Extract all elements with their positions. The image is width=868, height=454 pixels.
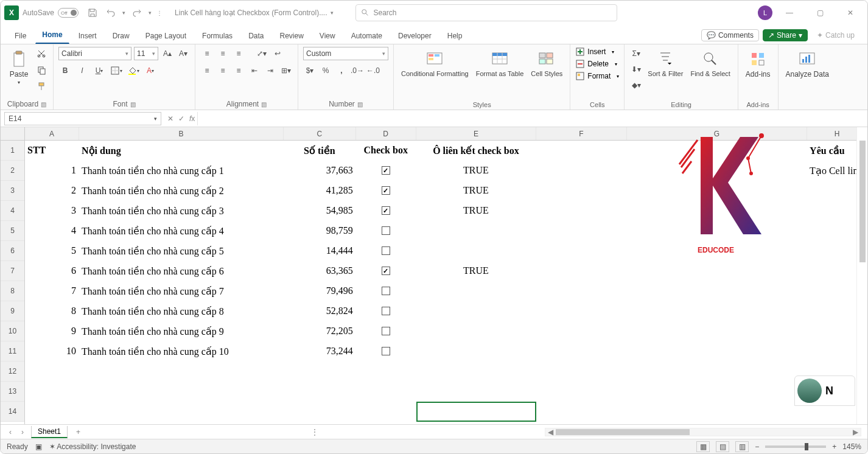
fill-color-icon[interactable]: ▾ xyxy=(127,64,140,77)
format-painter-icon[interactable] xyxy=(35,80,48,93)
cut-icon[interactable] xyxy=(35,47,48,60)
align-middle-icon[interactable]: ≡ xyxy=(216,47,229,60)
tab-formulas[interactable]: Formulas xyxy=(195,27,239,44)
col-header-E[interactable]: E xyxy=(416,127,537,140)
cell[interactable]: 2 xyxy=(25,181,79,201)
row-header[interactable]: 13 xyxy=(1,382,24,402)
orientation-icon[interactable]: ⤢▾ xyxy=(255,47,268,60)
cell[interactable] xyxy=(356,221,416,241)
cell[interactable] xyxy=(536,161,626,181)
avatar[interactable]: L xyxy=(758,5,772,20)
sheet-nav-prev[interactable]: ‹ xyxy=(7,428,14,436)
cell[interactable] xyxy=(356,382,416,402)
paste-button[interactable]: Paste▾ xyxy=(5,47,32,88)
cell[interactable]: 37,663 xyxy=(284,161,356,181)
cell[interactable] xyxy=(356,181,416,201)
save-icon[interactable] xyxy=(86,6,99,19)
cell[interactable] xyxy=(25,402,79,422)
cell[interactable]: Thanh toán tiền cho nhà cung cấp 2 xyxy=(79,181,284,201)
close-button[interactable]: ✕ xyxy=(837,4,864,22)
formula-input[interactable] xyxy=(197,112,867,125)
format-cells-button[interactable]: Format ▾ xyxy=(575,71,619,81)
name-box[interactable]: E14▾ xyxy=(4,112,161,125)
cell[interactable] xyxy=(536,221,626,241)
cell[interactable]: 5 xyxy=(25,241,79,261)
vertical-scrollbar[interactable] xyxy=(856,127,867,424)
cell[interactable] xyxy=(416,341,537,361)
row-header[interactable]: 11 xyxy=(1,341,24,361)
tab-home[interactable]: Home xyxy=(35,26,69,44)
cell[interactable] xyxy=(627,321,808,341)
cell[interactable] xyxy=(416,301,537,321)
cell[interactable]: Nội dung xyxy=(79,141,284,161)
page-layout-view-icon[interactable]: ▤ xyxy=(716,441,729,452)
cell[interactable]: 3 xyxy=(25,201,79,221)
cell[interactable] xyxy=(356,161,416,181)
tab-view[interactable]: View xyxy=(313,27,342,44)
cell[interactable]: 10 xyxy=(25,341,79,361)
row-header[interactable]: 6 xyxy=(1,241,24,261)
cell[interactable] xyxy=(356,281,416,301)
borders-icon[interactable]: ▾ xyxy=(110,64,123,77)
cell[interactable] xyxy=(284,402,356,422)
fx-icon[interactable]: fx xyxy=(187,114,197,123)
cell[interactable] xyxy=(536,382,626,402)
align-center-icon[interactable]: ≡ xyxy=(216,64,229,77)
tab-developer[interactable]: Developer xyxy=(391,27,438,44)
maximize-button[interactable]: ▢ xyxy=(807,4,833,22)
checkbox[interactable] xyxy=(382,226,390,235)
clear-icon[interactable]: ◆▾ xyxy=(629,79,643,92)
checkbox[interactable] xyxy=(382,287,390,295)
cell[interactable] xyxy=(536,261,626,281)
cell[interactable]: Ô liên kết check box xyxy=(416,141,537,161)
cell-styles-button[interactable]: Cell Styles xyxy=(528,47,565,80)
tab-data[interactable]: Data xyxy=(242,27,270,44)
cell[interactable] xyxy=(627,382,808,402)
tab-automate[interactable]: Automate xyxy=(345,27,389,44)
align-top-icon[interactable]: ≡ xyxy=(200,47,214,60)
cell[interactable]: 72,205 xyxy=(284,321,356,341)
cell[interactable] xyxy=(356,201,416,221)
cell[interactable]: Thanh toán tiền cho nhà cung cấp 6 xyxy=(79,261,284,281)
cell[interactable] xyxy=(284,361,356,382)
accessibility-status[interactable]: ✶ Accessibility: Investigate xyxy=(49,442,136,451)
cell[interactable] xyxy=(416,281,537,301)
cell[interactable]: Thanh toán tiền cho nhà cung cấp 10 xyxy=(79,341,284,361)
zoom-in-button[interactable]: + xyxy=(832,442,836,451)
row-header[interactable]: 7 xyxy=(1,261,24,281)
increase-font-icon[interactable]: A▴ xyxy=(161,47,174,60)
redo-icon[interactable] xyxy=(130,6,144,19)
cell[interactable] xyxy=(627,402,807,422)
cell[interactable]: 8 xyxy=(25,301,79,321)
cell[interactable] xyxy=(536,301,626,321)
col-header-B[interactable]: B xyxy=(79,127,284,140)
normal-view-icon[interactable]: ▦ xyxy=(696,441,710,452)
search-input[interactable]: Search xyxy=(355,4,617,21)
enter-icon[interactable]: ✓ xyxy=(176,114,187,123)
cell[interactable] xyxy=(627,361,808,382)
cell[interactable] xyxy=(536,281,626,301)
checkbox[interactable] xyxy=(382,166,390,175)
cell[interactable]: 73,244 xyxy=(284,341,356,361)
cell[interactable] xyxy=(627,281,808,301)
percent-icon[interactable]: % xyxy=(319,64,332,77)
cell[interactable] xyxy=(25,382,79,402)
picture-in-picture[interactable]: N xyxy=(794,375,855,406)
format-as-table-button[interactable]: Format as Table xyxy=(474,47,527,80)
cancel-icon[interactable]: ✕ xyxy=(165,114,176,123)
cell[interactable]: Thanh toán tiền cho nhà cung cấp 4 xyxy=(79,221,284,241)
cell[interactable]: TRUE xyxy=(416,201,537,221)
add-sheet-button[interactable]: + xyxy=(72,428,84,436)
decrease-font-icon[interactable]: A▾ xyxy=(177,47,190,60)
cell[interactable] xyxy=(627,341,808,361)
cell[interactable] xyxy=(627,181,808,201)
cell[interactable] xyxy=(536,141,626,161)
cell[interactable] xyxy=(416,221,537,241)
font-color-icon[interactable]: A▾ xyxy=(144,64,157,77)
tab-help[interactable]: Help xyxy=(441,27,469,44)
zoom-slider[interactable] xyxy=(765,445,826,448)
row-header[interactable]: 4 xyxy=(1,201,24,221)
number-format-combo[interactable]: Custom▾ xyxy=(303,47,388,60)
cell[interactable]: 41,285 xyxy=(284,181,356,201)
copy-icon[interactable] xyxy=(35,63,48,77)
